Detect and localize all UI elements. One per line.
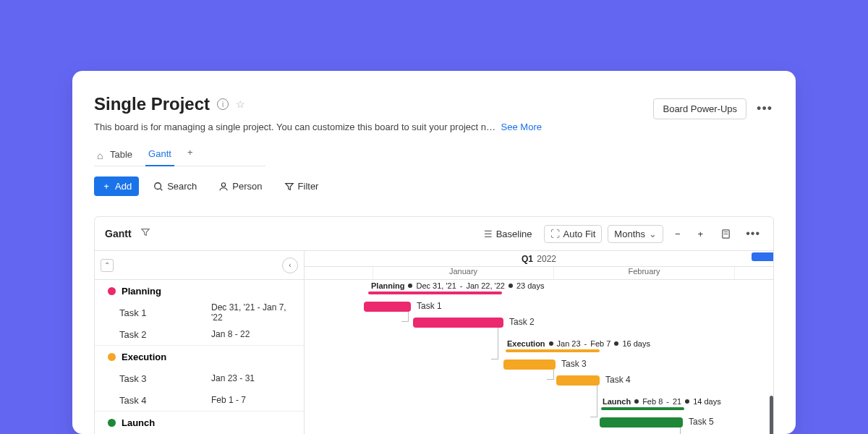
timeline[interactable]: Q1 2022 January February Planning Dec 31… (305, 251, 773, 434)
gantt-filter-icon[interactable] (140, 227, 150, 240)
power-ups-button[interactable]: Board Power-Ups (653, 98, 746, 119)
info-icon[interactable]: i (217, 98, 229, 110)
add-tab-button[interactable]: + (184, 147, 196, 163)
search-button[interactable]: Search (146, 176, 204, 196)
baseline-button[interactable]: ☰ Baseline (478, 226, 538, 242)
gantt-panel-title: Gantt (105, 228, 132, 239)
tab-table[interactable]: Table (94, 145, 135, 166)
dot-icon (108, 419, 116, 427)
group-execution[interactable]: Execution (95, 346, 304, 367)
person-icon (218, 182, 229, 192)
month-col: January (373, 267, 554, 279)
dependency-line (491, 328, 498, 359)
svg-point-0 (155, 182, 161, 189)
dependency-line (673, 427, 681, 434)
group-bar[interactable] (368, 292, 502, 294)
task-row[interactable]: Task 1 Dec 31, '21 - Jan 7, '22 (95, 302, 304, 323)
scrollbar[interactable] (770, 396, 773, 434)
timescale-select[interactable]: Months ⌄ (608, 225, 663, 243)
task-bar-label: Task 2 (509, 317, 535, 327)
board-description: This board is for managing a single proj… (94, 122, 495, 132)
bar-summary: Execution Jan 23 - Feb 7 16 days (507, 339, 650, 348)
zoom-in-button[interactable]: + (692, 226, 710, 242)
filter-icon (284, 182, 294, 192)
group-launch[interactable]: Launch (95, 412, 304, 433)
see-more-link[interactable]: See More (501, 122, 542, 132)
plus-icon: + (101, 182, 111, 192)
month-prev (305, 267, 373, 279)
today-indicator (752, 252, 773, 261)
home-icon (97, 150, 106, 159)
task-bar-label: Task 1 (417, 301, 442, 311)
task-row[interactable]: Task 3 Jan 23 - 31 (95, 367, 304, 389)
tab-gantt[interactable]: Gantt (145, 144, 174, 166)
task-bar-label: Task 5 (689, 417, 714, 427)
page-title: Single Project (94, 94, 210, 114)
view-tabs: Table Gantt + (94, 144, 265, 166)
task-bar[interactable] (556, 375, 600, 386)
baseline-icon: ☰ (484, 229, 493, 239)
task-bar[interactable] (600, 417, 683, 427)
chevron-down-icon: ⌄ (649, 229, 657, 239)
quarter-label: Q1 2022 (305, 251, 773, 267)
task-bar[interactable] (503, 359, 556, 370)
dot-icon (108, 353, 116, 361)
collapse-all-icon[interactable]: ⌃ (101, 259, 114, 272)
autofit-button[interactable]: ⛶ Auto Fit (544, 225, 603, 243)
group-bar[interactable] (506, 349, 600, 352)
autofit-icon: ⛶ (550, 229, 560, 239)
task-bar-label: Task 4 (605, 375, 631, 385)
svg-point-2 (222, 182, 226, 186)
group-bar[interactable] (601, 407, 684, 410)
month-col: February (554, 267, 735, 279)
bar-summary: Planning Dec 31, '21 - Jan 22, '22 23 da… (371, 281, 544, 290)
filter-button[interactable]: Filter (277, 176, 326, 196)
more-menu-icon[interactable]: ••• (754, 98, 775, 119)
dependency-line (401, 312, 409, 322)
bar-summary: Launch Feb 8 - 21 14 days (603, 397, 721, 406)
zoom-out-button[interactable]: − (669, 226, 686, 242)
svg-line-1 (161, 188, 163, 190)
add-button[interactable]: + Add (94, 176, 139, 196)
search-icon (153, 182, 163, 192)
dependency-line (547, 370, 554, 380)
task-list: ⌃ ‹ Planning Task 1 Dec 31, '21 - Jan 7,… (95, 251, 305, 434)
task-bar[interactable] (364, 302, 411, 312)
person-button[interactable]: Person (211, 176, 269, 196)
task-bar-label: Task 3 (561, 359, 587, 369)
chevron-left-icon[interactable]: ‹ (282, 258, 298, 273)
dot-icon (108, 287, 116, 295)
dependency-line (590, 386, 597, 417)
task-bar[interactable] (413, 318, 503, 328)
task-row[interactable]: Task 4 Feb 1 - 7 (95, 389, 304, 411)
gantt-more-icon[interactable]: ••• (743, 224, 763, 243)
export-icon[interactable] (715, 226, 737, 242)
star-icon[interactable]: ☆ (236, 98, 245, 110)
group-planning[interactable]: Planning (95, 280, 304, 302)
task-row[interactable]: Task 2 Jan 8 - 22 (95, 323, 304, 345)
